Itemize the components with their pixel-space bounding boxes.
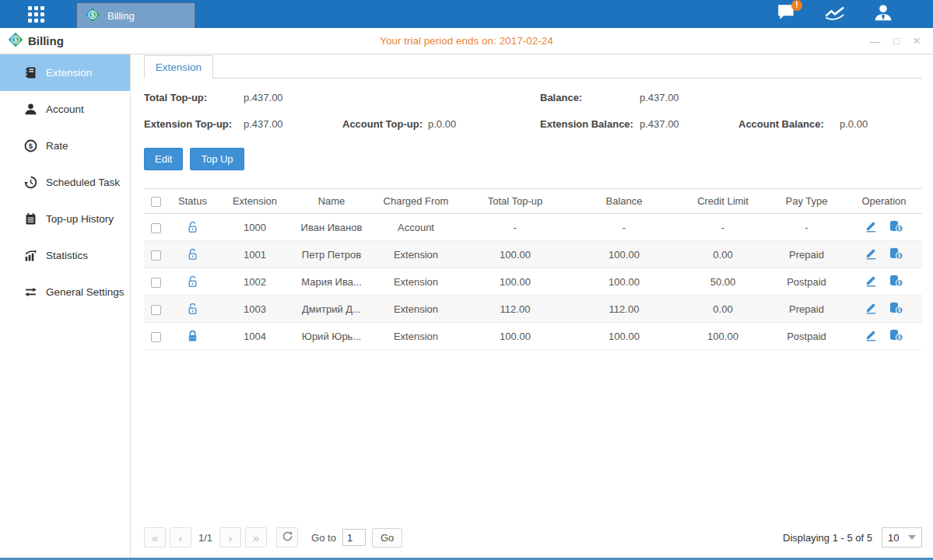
tab-extension[interactable]: Extension [144,55,213,79]
edit-icon[interactable] [865,328,878,344]
stats-chart-icon [24,249,37,262]
row-checkbox[interactable] [151,278,161,288]
summary-value: p.437.00 [640,118,738,130]
table-row: 1003Дмитрий Д...Extension112.00112.000.0… [144,296,922,323]
summary-label: Balance: [540,92,640,103]
next-page-button[interactable]: › [219,527,241,548]
sidebar-item-label: Account [46,103,84,115]
sidebar: ExtensionAccount$RateScheduled TaskTop-u… [0,54,131,558]
edit-icon[interactable] [865,274,878,289]
edit-icon[interactable] [865,247,878,262]
column-header: Total Top-up [461,189,570,214]
prev-page-button[interactable]: ‹ [170,527,191,548]
edit-icon[interactable] [865,219,878,235]
user-account-icon[interactable] [872,5,894,23]
summary-value: p.437.00 [244,118,342,130]
svg-text:$: $ [898,226,901,232]
row-checkbox[interactable] [151,305,161,315]
cell-charged-from: Extension [371,241,461,268]
ledger-icon [24,66,37,79]
topup-icon[interactable]: $ [889,219,903,235]
sidebar-item-statistics[interactable]: Statistics [0,237,130,274]
cell-extension: 1001 [218,241,292,268]
billing-diamond-icon: $ [8,32,23,50]
top-up-button[interactable]: Top Up [190,148,244,170]
lock-open-icon [186,220,199,232]
sidebar-item-general-settings[interactable]: General Settings [0,274,130,310]
cell-name: Иван Иванов [292,214,371,241]
cell-pay-type: Postpaid [767,268,846,296]
goto-label: Go to [311,532,336,544]
taskbar-tab-billing[interactable]: $ Billing [76,2,195,28]
cell-balance: 100.00 [570,241,679,268]
balance-summary: Total Top-up: p.437.00 Balance: p.437.00… [144,79,922,145]
notifications-icon[interactable]: ! [776,5,798,23]
summary-value: p.0.00 [840,118,868,130]
close-button[interactable]: × [913,34,921,47]
topup-icon[interactable]: $ [889,274,903,289]
top-taskbar: $ Billing ! [0,0,933,28]
cell-name: Мария Ива... [292,268,371,296]
maximize-button[interactable]: □ [893,36,900,46]
row-checkbox[interactable] [151,332,161,342]
page-indicator: 1/1 [198,532,212,544]
summary-value: p.437.00 [640,92,738,103]
cell-balance: 112.00 [570,296,679,323]
goto-page-input[interactable] [342,529,366,546]
sidebar-item-scheduled-task[interactable]: Scheduled Task [0,164,130,201]
row-checkbox[interactable] [151,250,161,261]
cell-extension: 1003 [218,296,292,323]
cell-extension: 1000 [218,214,292,241]
sidebar-item-rate[interactable]: $Rate [0,128,130,164]
refresh-button[interactable] [276,527,298,548]
first-page-button[interactable]: « [144,527,166,548]
pagination-bar: « ‹ 1/1 › » Go to Go Displaying 1 - 5 of… [144,520,922,558]
edit-button[interactable]: Edit [144,148,183,170]
notepad-icon [24,212,37,226]
topup-icon[interactable]: $ [889,328,903,344]
page-size-select[interactable]: 10 [882,527,922,548]
cell-extension: 1002 [218,268,292,296]
minimize-button[interactable]: — [869,36,880,47]
sidebar-item-topup-history[interactable]: Top-up History [0,201,130,237]
column-header: Charged From [371,189,461,214]
summary-label: Account Top-up: [342,118,428,130]
cell-credit-limit: - [679,214,767,241]
column-header: Status [167,189,218,214]
select-all-checkbox[interactable] [151,197,161,207]
column-header: Balance [570,189,679,214]
sidebar-item-extension[interactable]: Extension [0,54,130,91]
column-header: Credit Limit [679,189,767,214]
cell-credit-limit: 0.00 [679,241,767,268]
topup-icon[interactable]: $ [889,247,903,262]
cell-total-topup: - [461,214,570,241]
cell-credit-limit: 0.00 [679,296,767,323]
cell-total-topup: 112.00 [461,296,570,323]
go-button[interactable]: Go [372,528,402,548]
last-page-button[interactable]: » [245,527,267,548]
monitor-chart-icon[interactable] [824,5,846,23]
window-title: $ Billing [8,32,64,50]
app-window: $ Billing ! $ Billing Your trial period … [0,0,933,560]
cell-credit-limit: 50.00 [679,268,767,296]
trial-message: Your trial period ends on: 2017-02-24 [0,35,933,47]
sidebar-item-account[interactable]: Account [0,91,130,128]
column-header: Name [292,189,371,214]
svg-text:$: $ [898,307,901,313]
cell-name: Юрий Юрь... [292,323,371,350]
lock-open-icon [186,247,199,259]
cell-total-topup: 100.00 [461,241,570,268]
column-header: Extension [218,189,292,214]
row-checkbox[interactable] [151,223,161,233]
table-row: 1004Юрий Юрь...Extension100.00100.00100.… [144,323,922,350]
edit-icon[interactable] [865,301,878,317]
extensions-table: StatusExtensionNameCharged FromTotal Top… [144,188,922,350]
dollar-circle-icon: $ [24,139,37,152]
lock-open-icon [186,275,199,286]
cell-balance: 100.00 [570,268,679,296]
app-grid-icon[interactable] [28,6,44,23]
cell-pay-type: Prepaid [767,241,846,268]
topup-icon[interactable]: $ [889,301,903,317]
summary-value: p.437.00 [244,92,342,103]
sidebar-item-label: General Settings [46,286,125,298]
